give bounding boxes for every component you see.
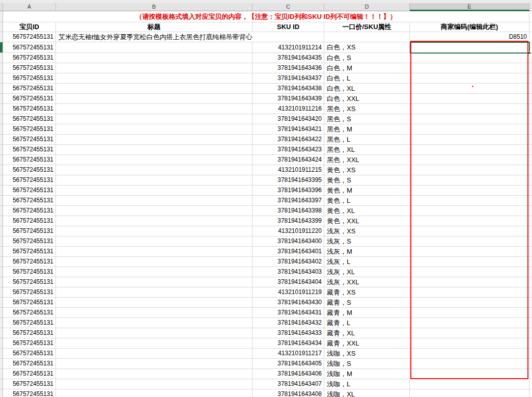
cell-title-empty[interactable] xyxy=(56,236,253,247)
cell-item-id[interactable]: 567572455131 xyxy=(3,63,56,73)
cell-price-attr[interactable]: 藏青，XS xyxy=(324,287,410,298)
cell-sku-id[interactable]: 3781941643406 xyxy=(253,369,324,379)
cell-title-empty[interactable] xyxy=(56,257,253,267)
cell-merchant-code-empty[interactable] xyxy=(410,318,529,328)
cell-price-attr[interactable]: 黄色，S xyxy=(324,175,410,186)
cell-price-attr[interactable]: 黑色，XXL xyxy=(324,155,410,165)
cell-price-attr[interactable]: 黄色，XXL xyxy=(324,216,410,226)
cell-sku-id[interactable]: 3781941643432 xyxy=(253,318,324,328)
cell-empty[interactable] xyxy=(529,165,532,175)
cell-title-empty[interactable] xyxy=(56,42,253,53)
cell-merchant-code-empty[interactable] xyxy=(410,298,529,308)
cell-item-id[interactable]: 567572455131 xyxy=(3,226,56,236)
cell-sku-id[interactable]: 3781941643435 xyxy=(253,53,324,63)
cell-empty[interactable] xyxy=(529,338,532,349)
cell-title-empty[interactable] xyxy=(56,359,253,369)
cell-merchant-code-empty[interactable] xyxy=(410,267,529,277)
cell-price-attr[interactable]: 白色，XL xyxy=(324,84,410,94)
cell-price-attr[interactable]: 黑色，XL xyxy=(324,145,410,155)
cell-sku-id[interactable]: 3781941643422 xyxy=(253,135,324,145)
cell-price-attr[interactable]: 藏青，XXL xyxy=(324,338,410,349)
cell-price-attr[interactable]: 白色，XS xyxy=(324,42,410,53)
cell-item-id[interactable]: 567572455131 xyxy=(3,104,56,114)
cell-item-id[interactable]: 567572455131 xyxy=(3,287,56,298)
cell-merchant-code-empty[interactable] xyxy=(410,389,529,397)
cell-item-id[interactable]: 567572455131 xyxy=(3,186,56,196)
cell-sku-id[interactable]: 3781941643405 xyxy=(253,359,324,369)
cell-merchant-code-empty[interactable] xyxy=(410,63,529,73)
cell-sku-id[interactable]: 3781941643421 xyxy=(253,124,324,135)
cell-sku-id[interactable]: 3781941643395 xyxy=(253,175,324,186)
cell-empty[interactable] xyxy=(529,196,532,206)
cell-sku-id[interactable]: 3781941643423 xyxy=(253,145,324,155)
cell-item-id[interactable]: 567572455131 xyxy=(3,267,56,277)
cell-title-empty[interactable] xyxy=(56,389,253,397)
cell-price-attr[interactable]: 浅灰，XS xyxy=(324,226,410,236)
cell-title-empty[interactable] xyxy=(56,124,253,135)
cell-merchant-code-empty[interactable] xyxy=(410,257,529,267)
cell-sku-id[interactable]: 3781941643437 xyxy=(253,73,324,84)
cell-sku-id[interactable]: 3781941643401 xyxy=(253,247,324,257)
cell-merchant-code-empty[interactable] xyxy=(410,379,529,389)
cell-title-empty[interactable] xyxy=(56,369,253,379)
cell-item-id[interactable]: 567572455131 xyxy=(3,196,56,206)
cell-empty[interactable] xyxy=(529,247,532,257)
cell-item-id[interactable]: 567572455131 xyxy=(3,389,56,397)
cell-price-attr[interactable]: 藏青，M xyxy=(324,308,410,318)
cell-merchant-code-empty[interactable] xyxy=(410,338,529,349)
cell-title-empty[interactable] xyxy=(56,63,253,73)
cell-sku-id[interactable]: 3781941643403 xyxy=(253,267,324,277)
cell-empty[interactable] xyxy=(529,155,532,165)
cell-price-attr[interactable]: 浅咖，M xyxy=(324,369,410,379)
column-header-b[interactable]: B xyxy=(56,3,253,11)
cell-item-id[interactable]: 567572455131 xyxy=(3,175,56,186)
cell-merchant-code-empty[interactable] xyxy=(410,53,529,63)
cell-title-empty[interactable] xyxy=(56,165,253,175)
cell-merchant-code-empty[interactable] xyxy=(410,135,529,145)
cell-empty[interactable] xyxy=(529,216,532,226)
cell-merchant-code[interactable]: D8510 xyxy=(410,32,529,42)
cell-item-id[interactable]: 567572455131 xyxy=(3,257,56,267)
cell-empty[interactable] xyxy=(529,114,532,124)
cell-merchant-code-empty[interactable] xyxy=(410,175,529,186)
cell-title-empty[interactable] xyxy=(56,155,253,165)
cell-sku-id[interactable]: 3781941643433 xyxy=(253,328,324,338)
cell-empty[interactable] xyxy=(529,236,532,247)
cell-empty[interactable] xyxy=(529,145,532,155)
cell-item-id[interactable]: 567572455131 xyxy=(3,379,56,389)
cell-empty[interactable] xyxy=(529,267,532,277)
column-header-c[interactable]: C xyxy=(253,3,324,11)
cell-item-id[interactable]: 567572455131 xyxy=(3,53,56,63)
cell-price-attr[interactable]: 藏青，L xyxy=(324,318,410,328)
cell-product-title[interactable]: 艾米恋无袖t恤女外穿夏季宽松白色内搭上衣黑色打底纯棉吊带背心 xyxy=(56,32,324,42)
cell-sku-id[interactable]: 3781941643398 xyxy=(253,206,324,216)
cell-price-attr[interactable]: 黄色，XL xyxy=(324,206,410,216)
cell-item-id[interactable]: 567572455131 xyxy=(3,114,56,124)
cell-merchant-code-empty[interactable] xyxy=(410,308,529,318)
cell-empty[interactable] xyxy=(529,328,532,338)
cell-item-id[interactable]: 567572455131 xyxy=(3,247,56,257)
cell-sku-id[interactable]: 4132101911216 xyxy=(253,104,324,114)
cell-title-empty[interactable] xyxy=(56,186,253,196)
cell-empty[interactable] xyxy=(529,135,532,145)
cell-merchant-code-empty[interactable] xyxy=(410,155,529,165)
cell-price-attr[interactable]: 浅咖，XL xyxy=(324,389,410,397)
cell-empty[interactable] xyxy=(529,277,532,287)
cell-merchant-code-empty[interactable] xyxy=(410,216,529,226)
cell-price-attr[interactable]: 浅咖，S xyxy=(324,359,410,369)
cell-merchant-code-empty[interactable] xyxy=(410,42,529,53)
cell-title-empty[interactable] xyxy=(56,267,253,277)
cell-empty[interactable] xyxy=(529,369,532,379)
cell-price-attr[interactable]: 白色，S xyxy=(324,53,410,63)
cell-sku-id[interactable]: 3781941643397 xyxy=(253,196,324,206)
cell-empty[interactable] xyxy=(529,287,532,298)
cell-empty[interactable] xyxy=(529,257,532,267)
cell-item-id[interactable]: 567572455131 xyxy=(3,94,56,104)
cell-title-empty[interactable] xyxy=(56,216,253,226)
cell-item-id[interactable]: 567572455131 xyxy=(3,318,56,328)
cell-empty[interactable] xyxy=(529,63,532,73)
cell-item-id[interactable]: 567572455131 xyxy=(3,349,56,359)
cell-title-empty[interactable] xyxy=(56,277,253,287)
cell-title-empty[interactable] xyxy=(56,328,253,338)
cell-sku-id[interactable]: 3781941643430 xyxy=(253,298,324,308)
